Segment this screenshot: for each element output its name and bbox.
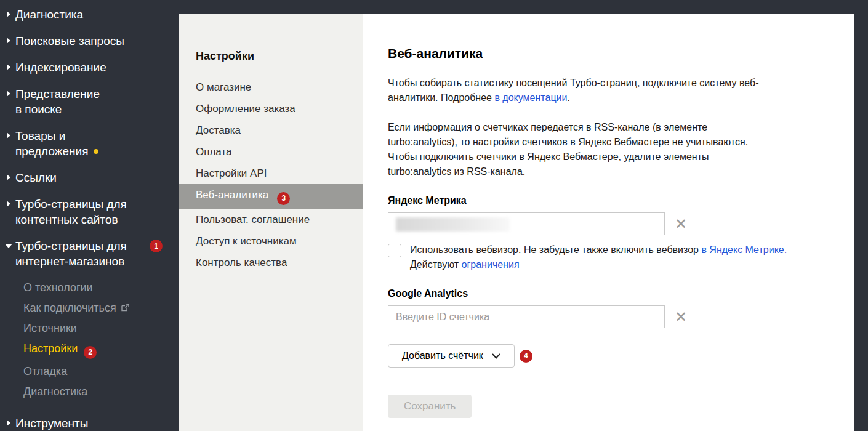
settings-nav: Настройки О магазинеОформление заказаДос…: [179, 14, 363, 431]
chevron-right-icon: [7, 91, 10, 97]
chevron-down-icon: [5, 244, 12, 248]
sidebar-subitem[interactable]: Настройки2: [0, 341, 179, 359]
sidebar-item-label: Диагностика: [15, 8, 83, 21]
settings-nav-item-label: Веб-аналитика: [196, 189, 268, 201]
sidebar-item-label: Турбо-страницы для контентных сайтов: [15, 198, 127, 226]
sidebar-subitem[interactable]: Отладка: [0, 364, 179, 379]
chevron-right-icon: [7, 11, 10, 17]
restrictions-text: Действуют: [410, 259, 462, 270]
settings-nav-item[interactable]: Доставка: [179, 119, 363, 141]
sidebar-subitem[interactable]: Как подключиться: [0, 300, 179, 316]
sidebar-item-label: Товары и предложения: [15, 129, 88, 158]
google-analytics-input[interactable]: [388, 305, 665, 328]
rss-note-paragraph: Если информация о счетчиках передается в…: [388, 120, 856, 179]
settings-nav-item-label: О магазине: [196, 81, 251, 93]
sidebar-subitem-label: Диагностика: [23, 385, 87, 398]
chevron-right-icon: [7, 420, 10, 426]
sidebar-item-label: Представление в поиске: [15, 87, 100, 116]
clear-icon[interactable]: ✕: [675, 217, 687, 232]
page-title: Веб-аналитика: [388, 46, 830, 61]
webvisor-text: Использовать вебвизор. Не забудьте также…: [410, 244, 701, 255]
main-content: Веб-аналитика Чтобы собирать статистику …: [363, 14, 854, 431]
settings-nav-item-label: Оформление заказа: [196, 103, 295, 115]
intro-period: .: [567, 92, 569, 103]
sidebar-item[interactable]: Ссылки: [0, 170, 172, 185]
chevron-right-icon: [7, 132, 10, 139]
sidebar-subitem[interactable]: О технологии: [0, 280, 179, 296]
redacted-counter-value: [396, 217, 510, 232]
chevron-down-icon: [492, 353, 500, 359]
sidebar-item-label: Ссылки: [15, 171, 57, 184]
webvisor-option: Использовать вебвизор. Не забудьте также…: [388, 243, 830, 272]
external-link-icon: [121, 300, 129, 316]
settings-nav-item[interactable]: Доступ к источникам: [179, 230, 363, 252]
yandex-metrika-link[interactable]: в Яндекс Метрике.: [701, 244, 787, 255]
settings-nav-item-label: Пользоват. соглашение: [196, 214, 310, 225]
content-card: Настройки О магазинеОформление заказаДос…: [179, 14, 854, 431]
sidebar-item[interactable]: Индексирование: [0, 60, 172, 75]
chevron-right-icon: [7, 38, 10, 44]
new-indicator-dot: [94, 149, 98, 154]
sidebar-item[interactable]: Диагностика: [0, 7, 172, 22]
documentation-link[interactable]: в документации: [494, 92, 567, 103]
settings-nav-item[interactable]: Пользоват. соглашение: [179, 209, 363, 230]
sidebar-item-label: Инструменты: [15, 417, 88, 430]
sidebar-subitem[interactable]: Источники: [0, 321, 179, 336]
settings-nav-item-label: Доставка: [196, 124, 241, 136]
sidebar-item[interactable]: Турбо-страницы для контентных сайтов: [0, 196, 172, 227]
sidebar-subitem-label: Источники: [23, 322, 77, 334]
sidebar-subitem-label: Отладка: [23, 365, 67, 377]
sidebar-item[interactable]: Турбо-страницы для интернет-магазинов1: [0, 238, 172, 269]
webvisor-checkbox[interactable]: [388, 244, 401, 257]
settings-nav-item[interactable]: Веб-аналитика3: [179, 184, 363, 209]
yandex-metrika-label: Яндекс Метрика: [388, 195, 830, 206]
chevron-right-icon: [7, 201, 10, 207]
notification-badge: 2: [84, 346, 97, 359]
sidebar-item[interactable]: Представление в поиске: [0, 86, 172, 117]
save-button[interactable]: Сохранить: [388, 395, 472, 418]
clear-icon[interactable]: ✕: [675, 310, 687, 324]
add-counter-button[interactable]: Добавить счётчик: [388, 344, 515, 368]
sidebar-subitem[interactable]: Диагностика: [0, 384, 179, 400]
settings-nav-item[interactable]: Настройки API: [179, 163, 363, 184]
restrictions-link[interactable]: ограничения: [462, 259, 520, 270]
settings-nav-item-label: Контроль качества: [196, 257, 287, 268]
intro-text: Чтобы собирать статистику посещений Турб…: [388, 78, 758, 103]
add-counter-label: Добавить счётчик: [402, 350, 483, 361]
notification-badge: 1: [150, 240, 163, 252]
settings-nav-item[interactable]: Оплата: [179, 141, 363, 163]
settings-nav-item-label: Доступ к источникам: [196, 235, 297, 247]
sidebar-item[interactable]: Товары и предложения: [0, 128, 172, 159]
sidebar-item-label: Индексирование: [15, 61, 106, 74]
sidebar-item-label: Поисковые запросы: [15, 34, 124, 47]
sidebar-submenu: О технологииКак подключитьсяИсточникиНас…: [0, 280, 179, 400]
intro-paragraph: Чтобы собирать статистику посещений Турб…: [388, 76, 856, 105]
sidebar-subitem-label: Настройки: [23, 342, 78, 355]
notification-badge: 3: [277, 192, 290, 205]
yandex-metrika-input[interactable]: [388, 212, 665, 235]
sidebar-item-label: Турбо-страницы для интернет-магазинов: [15, 240, 127, 268]
settings-nav-item-label: Настройки API: [196, 167, 267, 179]
settings-nav-item[interactable]: Контроль качества: [179, 252, 363, 273]
sidebar-item[interactable]: Инструменты: [0, 416, 172, 431]
settings-nav-item[interactable]: Оформление заказа: [179, 98, 363, 119]
settings-nav-item-label: Оплата: [196, 146, 231, 158]
settings-nav-item[interactable]: О магазине: [179, 76, 363, 98]
settings-nav-title: Настройки: [179, 50, 363, 76]
main-sidebar: ДиагностикаПоисковые запросыИндексирован…: [0, 0, 179, 431]
chevron-right-icon: [7, 174, 10, 180]
google-analytics-label: Google Analytics: [388, 288, 830, 299]
sidebar-item[interactable]: Поисковые запросы: [0, 33, 172, 49]
step-badge: 4: [520, 350, 532, 363]
chevron-right-icon: [7, 64, 10, 70]
sidebar-subitem-label: О технологии: [23, 281, 93, 294]
sidebar-subitem-label: Как подключиться: [23, 302, 116, 314]
webvisor-label: Использовать вебвизор. Не забудьте также…: [410, 243, 787, 272]
